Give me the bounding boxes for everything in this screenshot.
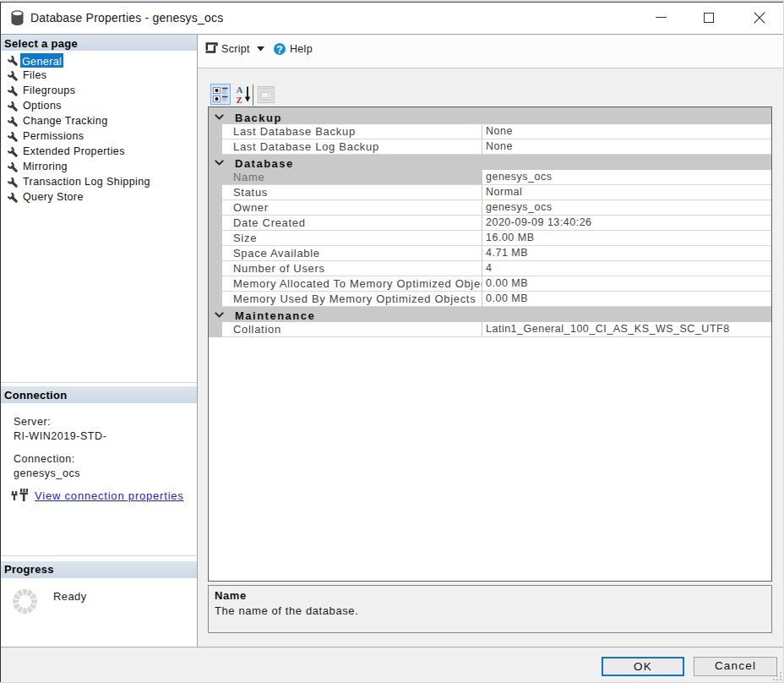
svg-text:Z: Z xyxy=(237,95,242,105)
svg-text:A: A xyxy=(237,85,243,95)
svg-text:?: ? xyxy=(276,44,282,56)
